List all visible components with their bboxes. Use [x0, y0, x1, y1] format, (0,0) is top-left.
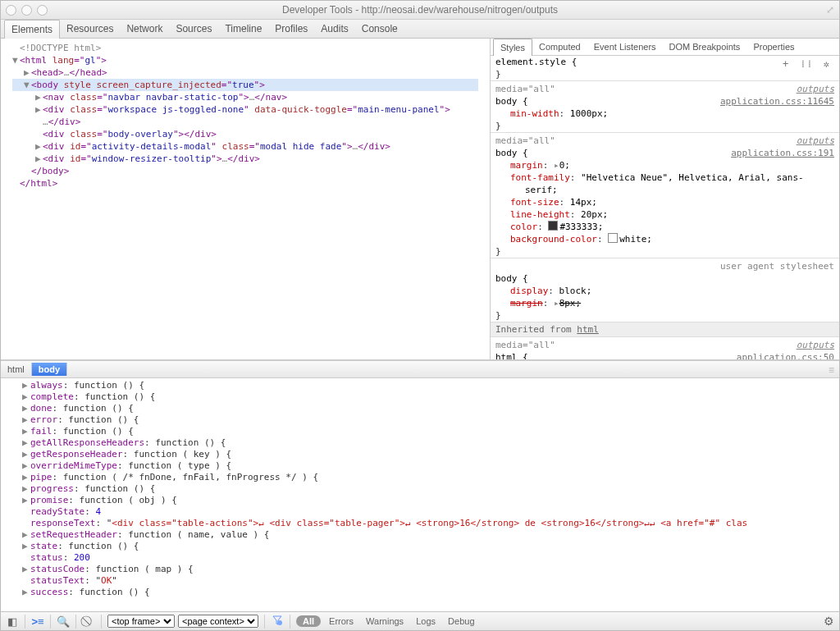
drawer-lines-icon[interactable]: ≡ [829, 364, 834, 376]
disclosure-icon[interactable]: ▶ [24, 66, 31, 79]
styles-tab-event-listeners[interactable]: Event Listeners [587, 39, 663, 55]
disclosure-icon[interactable]: ▶ [22, 449, 30, 460]
css-declaration[interactable]: font-size: 14px; [495, 196, 834, 208]
disclosure-icon[interactable]: ▶ [22, 495, 30, 506]
console-line[interactable]: ▶complete: function () { [6, 391, 834, 403]
dom-line[interactable]: ▶<div class="workspace js-toggled-none" … [12, 103, 478, 116]
console-line[interactable]: ▶overrideMimeType: function ( type ) { [6, 460, 834, 472]
console-line[interactable]: ▶getAllResponseHeaders: function () { [6, 437, 834, 449]
crumb-body[interactable]: body [32, 363, 67, 376]
disclosure-icon[interactable]: ▼ [24, 79, 31, 91]
css-declaration[interactable]: font-family: "Helvetica Neue", Helvetica… [495, 171, 834, 196]
dom-line[interactable]: …</div> [12, 116, 478, 128]
frame-select[interactable]: <top frame> [107, 615, 175, 628]
css-declaration[interactable]: margin: ▸0; [495, 159, 834, 171]
disclosure-icon[interactable]: ▶ [22, 380, 30, 391]
source-link[interactable]: application.css:11645 [720, 95, 834, 107]
console-line[interactable]: ▶success: function () { [6, 587, 834, 598]
css-declaration[interactable]: color: #333333; [495, 221, 834, 233]
source-link[interactable]: application.css:50 [737, 351, 834, 359]
disclosure-icon[interactable]: ▶ [22, 426, 30, 437]
css-rule[interactable]: html {application.css:50font-size: 100%;… [491, 351, 839, 359]
dom-line[interactable]: ▼<body style screen_capture_injected="tr… [12, 79, 478, 91]
toggle-state-icon[interactable]: ⁞⁞ [801, 58, 815, 70]
styles-body[interactable]: + ⁞⁞ ✲element.style {}media="all"outputs… [491, 56, 839, 359]
disclosure-icon[interactable]: ▶ [35, 153, 43, 165]
console-line[interactable]: status: 200 [6, 552, 834, 564]
filter-logs[interactable]: Logs [416, 616, 438, 626]
main-tab-audits[interactable]: Audits [314, 20, 354, 38]
funnel-icon[interactable] [271, 615, 284, 628]
console-line[interactable]: ▶always: function () { [6, 380, 834, 391]
source-link[interactable]: application.css:191 [731, 147, 834, 159]
disclosure-icon[interactable]: ▶ [22, 529, 30, 541]
console-line[interactable]: ▶promise: function ( obj ) { [6, 495, 834, 506]
console-line[interactable]: ▶setRequestHeader: function ( name, valu… [6, 529, 834, 541]
disclosure-icon[interactable]: ▶ [22, 403, 30, 414]
disclosure-icon[interactable]: ▶ [35, 140, 43, 153]
filter-all-pill[interactable]: All [296, 615, 321, 627]
expand-icon[interactable]: ⤢ [826, 4, 834, 16]
gear-icon[interactable]: ✲ [824, 58, 833, 70]
disclosure-icon[interactable]: ▶ [22, 391, 30, 403]
new-rule-icon[interactable]: + [783, 58, 792, 70]
main-tab-network[interactable]: Network [120, 20, 169, 38]
main-tab-timeline[interactable]: Timeline [218, 20, 268, 38]
dom-line[interactable]: </html> [12, 177, 478, 190]
clear-icon[interactable]: ⃠ [82, 615, 95, 628]
css-declaration[interactable]: min-width: 1000px; [495, 107, 834, 120]
disclosure-icon[interactable]: ▶ [22, 437, 30, 449]
css-declaration[interactable]: margin: ▸8px; [495, 297, 834, 309]
crumb-html[interactable]: html [1, 363, 32, 376]
console-line[interactable]: statusText: "OK" [6, 575, 834, 587]
disclosure-icon[interactable]: ▶ [22, 541, 30, 552]
dom-line[interactable]: ▼<html lang="gl"> [12, 54, 478, 66]
css-rule[interactable]: body {application.css:11645min-width: 10… [491, 95, 839, 132]
console-line[interactable]: readyState: 4 [6, 506, 834, 518]
dom-line[interactable]: ▶<head>…</head> [12, 66, 478, 79]
disclosure-icon[interactable]: ▶ [35, 103, 43, 116]
dom-line[interactable]: <!DOCTYPE html> [12, 42, 478, 54]
main-tab-sources[interactable]: Sources [169, 20, 218, 38]
filter-warnings[interactable]: Warnings [366, 616, 406, 626]
styles-tab-computed[interactable]: Computed [532, 39, 587, 55]
dom-line[interactable]: ▶<div id="window-resizer-tooltip">…</div… [12, 153, 478, 165]
styles-tab-properties[interactable]: Properties [746, 39, 801, 55]
dom-line[interactable]: <div class="body-overlay"></div> [12, 128, 478, 140]
css-rule[interactable]: body {display: block;margin: ▸8px;} [491, 272, 839, 322]
main-tab-elements[interactable]: Elements [4, 20, 60, 39]
css-rule[interactable]: body {application.css:191margin: ▸0;font… [491, 147, 839, 258]
console-line[interactable]: ▶pipe: function ( /* fnDone, fnFail, fnP… [6, 472, 834, 483]
context-select[interactable]: <page context> [178, 615, 258, 628]
console-line[interactable]: ▶fail: function () { [6, 426, 834, 437]
console-toggle-icon[interactable]: >≡ [31, 615, 44, 628]
disclosure-icon[interactable]: ▶ [22, 414, 30, 426]
styles-tab-dom-breakpoints[interactable]: DOM Breakpoints [663, 39, 747, 55]
console-line[interactable]: ▶done: function () { [6, 403, 834, 414]
disclosure-icon[interactable]: ▶ [22, 472, 30, 483]
filter-errors[interactable]: Errors [329, 616, 356, 626]
dom-line[interactable]: </body> [12, 165, 478, 177]
search-icon[interactable]: 🔍 [57, 615, 70, 628]
styles-tab-styles[interactable]: Styles [493, 39, 532, 56]
disclosure-icon[interactable]: ▶ [22, 460, 30, 472]
main-tab-profiles[interactable]: Profiles [268, 20, 314, 38]
disclosure-icon[interactable]: ▶ [22, 564, 30, 575]
filter-debug[interactable]: Debug [448, 616, 474, 626]
css-declaration[interactable]: display: block; [495, 285, 834, 297]
dom-tree[interactable]: <!DOCTYPE html>▼<html lang="gl">▶<head>…… [1, 39, 490, 359]
disclosure-icon[interactable]: ▶ [22, 483, 30, 495]
console-output[interactable]: ▶always: function () {▶complete: functio… [1, 378, 839, 611]
gear-icon[interactable]: ⚙ [824, 615, 834, 628]
console-line[interactable]: ▶state: function () { [6, 541, 834, 552]
dom-line[interactable]: ▶<div id="activity-details-modal" class=… [12, 140, 478, 153]
console-line[interactable]: ▶error: function () { [6, 414, 834, 426]
css-declaration[interactable]: background-color: white; [495, 233, 834, 245]
dock-icon[interactable]: ◧ [6, 615, 19, 628]
disclosure-icon[interactable]: ▶ [35, 91, 43, 103]
main-tab-console[interactable]: Console [355, 20, 404, 38]
disclosure-icon[interactable]: ▼ [12, 54, 20, 66]
console-line[interactable]: ▶statusCode: function ( map ) { [6, 564, 834, 575]
dom-line[interactable]: ▶<nav class="navbar navbar-static-top">…… [12, 91, 478, 103]
console-line[interactable]: ▶getResponseHeader: function ( key ) { [6, 449, 834, 460]
